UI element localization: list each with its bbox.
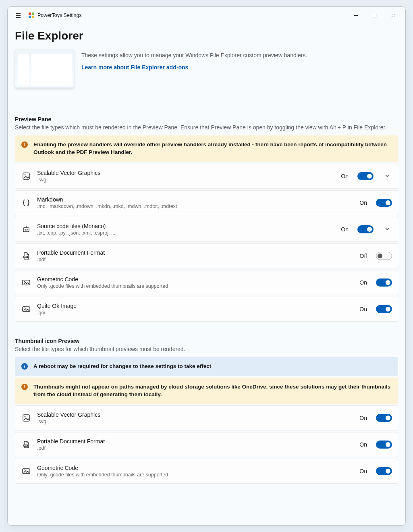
page-content: File Explorer These settings allow you t… — [8, 24, 405, 484]
setting-subtitle: .qoi — [37, 310, 353, 316]
toggle-switch[interactable] — [376, 305, 392, 313]
setting-subtitle: Only .gcode files with embedded thumbnai… — [37, 472, 353, 478]
toggle-state-label: On — [341, 226, 349, 233]
hero-description: These settings allow you to manage your … — [81, 52, 307, 58]
setting-subtitle: Only .gcode files with embedded thumbnai… — [37, 283, 353, 289]
thumbnail-info-text: A reboot may be required for changes to … — [33, 363, 392, 370]
thumbnail-warning-text: Thumbnails might not appear on paths man… — [33, 383, 392, 399]
close-button[interactable] — [384, 9, 402, 21]
svg-rect-15 — [373, 14, 376, 17]
warning-icon: ! — [21, 141, 28, 148]
titlebar: ☰ PowerToys Settings — [8, 7, 405, 24]
toggle-state-label: On — [359, 415, 367, 421]
chevron-down-icon[interactable] — [382, 173, 392, 179]
toggle-switch[interactable] — [376, 278, 392, 287]
preview-pane-header: Preview Pane — [15, 116, 398, 123]
preview-pane-sub: Select the file types which must be rend… — [15, 124, 398, 131]
setting-row: Quite Ok Image .qoi On — [15, 297, 398, 322]
info-icon: i — [21, 363, 28, 370]
setting-row: Scalable Vector Graphics .svg On — [15, 164, 398, 189]
learn-more-link[interactable]: Learn more about File Explorer add-ons — [81, 64, 188, 71]
app-window: ☰ PowerToys Settings File Explorer These… — [7, 6, 406, 526]
toggle-switch[interactable] — [357, 172, 374, 180]
hamburger-icon[interactable]: ☰ — [12, 12, 24, 19]
toggle-state-label: Off — [360, 253, 367, 259]
toggle-switch[interactable] — [376, 467, 392, 475]
thumbnail-info-banner: i A reboot may be required for changes t… — [15, 357, 398, 376]
setting-row: Markdown .md, .markdown, .mdown, .mkdn, … — [15, 190, 398, 215]
svg-rect-11 — [32, 12, 34, 15]
setting-title: Markdown — [37, 196, 353, 203]
chevron-down-icon[interactable] — [382, 226, 392, 233]
toggle-state-label: On — [359, 441, 367, 448]
setting-row: Source code files (Monaco) .txt, .cpp, .… — [15, 217, 398, 242]
setting-title: Scalable Vector Graphics — [37, 170, 334, 176]
thumbnail-list: Scalable Vector Graphics .svg On Portabl… — [15, 405, 398, 484]
page-title: File Explorer — [15, 29, 398, 42]
setting-subtitle: .pdf — [37, 257, 353, 262]
setting-subtitle: .svg — [37, 177, 334, 183]
hero-thumbnail — [15, 50, 74, 88]
thumbnail-warning-banner: ! Thumbnails might not appear on paths m… — [15, 378, 398, 404]
toggle-switch[interactable] — [376, 252, 392, 260]
setting-title: Source code files (Monaco) — [37, 223, 334, 229]
warning-icon: ! — [21, 384, 28, 390]
landscape-icon — [22, 467, 31, 476]
toggle-switch[interactable] — [357, 225, 374, 233]
image-icon — [22, 172, 31, 181]
preview-pane-warning-text: Enabling the preview handlers will overr… — [33, 141, 392, 156]
app-title: PowerToys Settings — [37, 12, 82, 18]
minimize-button[interactable] — [347, 9, 365, 21]
app-logo-icon — [29, 12, 34, 18]
setting-row: Portable Document Format .pdf Off — [15, 243, 398, 268]
setting-title: Geometric Code — [37, 276, 353, 283]
toggle-state-label: On — [359, 468, 367, 474]
pdf-icon — [22, 440, 31, 449]
braces-icon — [22, 198, 31, 207]
hero: These settings allow you to manage your … — [15, 50, 398, 88]
setting-title: Portable Document Format — [37, 438, 353, 445]
toggle-state-label: On — [341, 173, 349, 179]
caption-controls — [347, 9, 402, 21]
image-icon — [22, 414, 31, 422]
toggle-state-label: On — [359, 279, 367, 286]
toggle-switch[interactable] — [376, 414, 392, 422]
maximize-button[interactable] — [365, 9, 384, 21]
landscape-icon — [22, 278, 31, 287]
setting-subtitle: .txt, .cpp, .py, .json, .xml, .csproj, .… — [37, 230, 334, 236]
svg-rect-10 — [29, 12, 31, 15]
setting-subtitle: .md, .markdown, .mdown, .mkdn, .mkd, .md… — [37, 204, 353, 209]
pdf-icon — [22, 251, 31, 260]
toggle-state-label: On — [359, 306, 367, 312]
setting-subtitle: .svg — [37, 419, 353, 424]
setting-title: Quite Ok Image — [37, 303, 353, 309]
setting-row: Portable Document Format .pdf On — [15, 432, 398, 457]
landscape-icon — [22, 305, 31, 314]
setting-row: Geometric Code Only .gcode files with em… — [15, 459, 398, 484]
preview-pane-list: Scalable Vector Graphics .svg On Markdow… — [15, 164, 398, 322]
toggle-switch[interactable] — [376, 199, 392, 207]
robot-icon — [22, 225, 31, 234]
setting-row: Geometric Code Only .gcode files with em… — [15, 270, 398, 295]
setting-title: Scalable Vector Graphics — [37, 411, 353, 418]
thumbnail-header: Thumbnail icon Preview — [15, 338, 398, 344]
setting-title: Geometric Code — [37, 465, 353, 471]
preview-pane-warning-banner: ! Enabling the preview handlers will ove… — [15, 135, 398, 162]
toggle-switch[interactable] — [376, 441, 392, 449]
setting-subtitle: .pdf — [37, 445, 353, 451]
svg-rect-12 — [29, 16, 31, 18]
thumbnail-sub: Select the file types for which thumbnai… — [15, 346, 398, 352]
setting-title: Portable Document Format — [37, 249, 353, 256]
toggle-state-label: On — [359, 200, 367, 206]
setting-row: Scalable Vector Graphics .svg On — [15, 405, 398, 430]
svg-rect-13 — [32, 16, 34, 18]
